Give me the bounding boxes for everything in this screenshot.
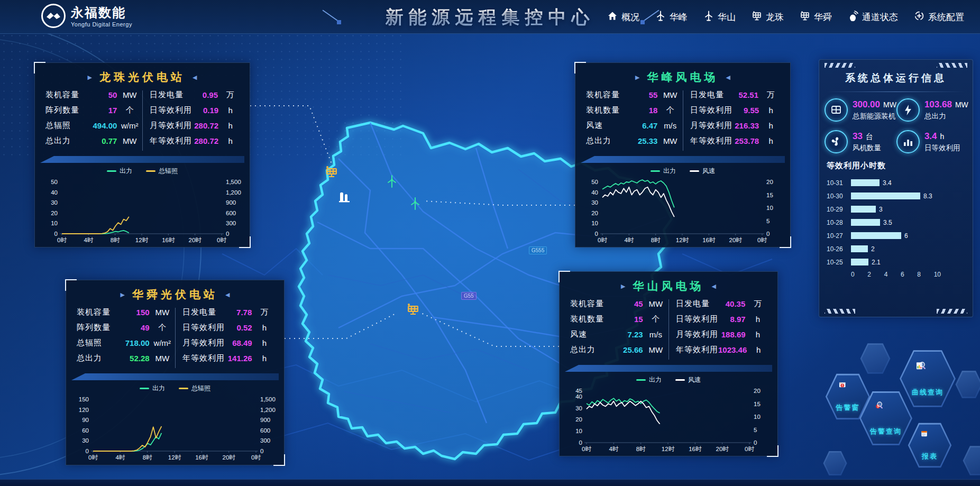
svg-text:0: 0 — [579, 439, 582, 446]
column-divider — [683, 90, 683, 151]
solar-station-map-icon[interactable] — [406, 302, 420, 316]
svg-text:16时: 16时 — [702, 237, 716, 243]
svg-text:16时: 16时 — [689, 446, 702, 452]
station-title: 华舜光伏电站 — [132, 287, 218, 302]
svg-text:60: 60 — [82, 427, 89, 434]
hex-button-报表[interactable]: 报表 — [908, 422, 952, 469]
corner-stripes-icon — [937, 63, 967, 68]
daily-hours-icon — [896, 130, 920, 153]
svg-text:40: 40 — [591, 189, 598, 196]
bar-track: 3.4 — [851, 179, 935, 186]
legend-swatch-icon — [690, 170, 699, 172]
svg-text:4时: 4时 — [609, 446, 618, 452]
axis-tick: 6 — [901, 271, 904, 278]
stat-unit: MW — [117, 90, 142, 99]
stat-row: 总出力25.33MW — [583, 133, 683, 149]
main-nav: 概况华峰华山龙珠华舜通道状态系统配置 — [607, 0, 964, 34]
stats-column-right: 日发电量7.78万日等效利用0.52h月等效利用68.49h年等效利用141.2… — [175, 305, 277, 366]
stat-value: 718.00 — [119, 338, 150, 347]
stat-value: 8.97 — [718, 315, 746, 324]
svg-text:0时: 0时 — [57, 237, 67, 243]
svg-text:20时: 20时 — [189, 237, 202, 243]
axis-tick: 0 — [851, 271, 855, 278]
svg-text:1,500: 1,500 — [260, 396, 276, 402]
solar-station-map-icon[interactable] — [325, 165, 338, 179]
legend-swatch-icon — [107, 170, 116, 172]
panel-title-row: ▶华舜光伏电站◀ — [66, 287, 284, 302]
kpi-unit: 台 — [866, 132, 873, 142]
station-title: 龙珠光伏电站 — [99, 70, 185, 85]
power-plant-map-icon[interactable] — [337, 189, 351, 203]
stat-label: 月等效利用 — [142, 121, 192, 131]
nav-item-华峰[interactable]: 华峰 — [655, 11, 688, 24]
stat-row: 风速7.23m/s — [567, 327, 668, 342]
bar-row: 10-313.4 — [827, 176, 965, 189]
stat-row: 总出力25.66MW — [567, 342, 668, 357]
stat-label: 装机容量 — [567, 299, 612, 309]
top-header: 永福数能 Yongfu Digital Energy 新能源远程集控中心 概况华… — [0, 0, 980, 34]
nav-item-龙珠[interactable]: 龙珠 — [752, 11, 784, 24]
wind-turbine-map-icon[interactable] — [408, 197, 422, 210]
stat-value: 0.77 — [87, 136, 117, 145]
nav-item-label: 概况 — [621, 11, 639, 23]
wind-turbine-map-icon[interactable] — [385, 175, 399, 188]
stat-unit: MW — [657, 90, 683, 99]
stat-unit: h — [252, 323, 277, 332]
svg-text:0: 0 — [595, 231, 598, 237]
svg-text:40: 40 — [51, 189, 58, 196]
nav-item-系统配置[interactable]: 系统配置 — [914, 11, 964, 24]
stat-row: 阵列数量17个 — [42, 103, 142, 118]
station-panel-huafeng: ▶华峰风电场◀装机容量55MW装机数量18个风速6.47m/s总出力25.33M… — [575, 62, 791, 247]
legend-swatch-icon — [179, 388, 188, 389]
corner-stripes-icon — [825, 63, 855, 68]
stat-row: 总辐照494.00w/m² — [42, 118, 142, 133]
legend-item: 风速 — [675, 375, 701, 384]
stat-label: 总出力 — [74, 353, 119, 363]
bar-fill — [851, 179, 880, 186]
panel-title-row: ▶龙珠光伏电站◀ — [35, 70, 250, 85]
hex-button-告警查询[interactable]: 告警查询 — [859, 390, 913, 446]
stat-row: 日发电量52.51万 — [683, 87, 783, 103]
nav-item-通道状态[interactable]: 通道状态 — [848, 11, 898, 24]
nav-item-label: 通道状态 — [862, 11, 898, 23]
bar-track: 3.5 — [851, 219, 935, 226]
kpi-unit: MW — [883, 100, 896, 109]
chart-legend: 出力总辐照 — [35, 167, 250, 176]
bar-fill — [851, 219, 880, 226]
nav-item-概况[interactable]: 概况 — [607, 11, 639, 24]
svg-text:12时: 12时 — [135, 237, 149, 243]
svg-text:10: 10 — [591, 220, 598, 226]
stat-value: 280.72 — [192, 136, 218, 145]
stat-row: 月等效利用280.72h — [142, 118, 242, 133]
svg-text:30: 30 — [591, 199, 598, 206]
axis-tick: 10 — [934, 271, 941, 278]
stat-unit: h — [759, 106, 783, 115]
decorative-hexagon — [823, 451, 847, 476]
kpi-value: 33 — [853, 131, 863, 142]
stat-unit: h — [252, 354, 277, 363]
svg-text:20: 20 — [754, 388, 761, 394]
legend-swatch-icon — [140, 388, 149, 389]
stats-column-right: 日发电量40.35万日等效利用8.97h月等效利用188.69h年等效利用102… — [668, 296, 770, 357]
stat-label: 日等效利用 — [683, 105, 732, 115]
svg-text:30: 30 — [575, 405, 582, 411]
stat-row: 阵列数量49个 — [74, 320, 175, 335]
stat-label: 总出力 — [42, 136, 87, 146]
axis-tick: 2 — [867, 271, 871, 278]
bar-category: 10-27 — [827, 232, 851, 240]
system-kpis: 300.00MW总新能源装机103.68MW总出力33台风机数量3.4h日等效利… — [819, 92, 973, 153]
arrow-left-icon: ◀ — [712, 283, 716, 290]
arrow-right-icon: ▶ — [121, 291, 125, 298]
hex-button-label: 告警查询 — [870, 427, 902, 436]
arrow-left-icon: ◀ — [193, 74, 197, 81]
nav-item-华山[interactable]: 华山 — [703, 11, 736, 24]
nav-item-华舜[interactable]: 华舜 — [800, 11, 832, 24]
arrow-right-icon: ▶ — [621, 283, 625, 290]
kpi-label: 日等效利用 — [924, 143, 960, 153]
stat-unit: MW — [117, 136, 142, 145]
system-panel-title: 系统总体运行信息 — [819, 71, 973, 85]
stats-column-right: 日发电量52.51万日等效利用9.55h月等效利用216.33h年等效利用253… — [683, 87, 783, 149]
svg-text:4时: 4时 — [624, 237, 634, 243]
stat-unit: 个 — [150, 323, 175, 333]
bar-track: 2 — [851, 245, 935, 252]
